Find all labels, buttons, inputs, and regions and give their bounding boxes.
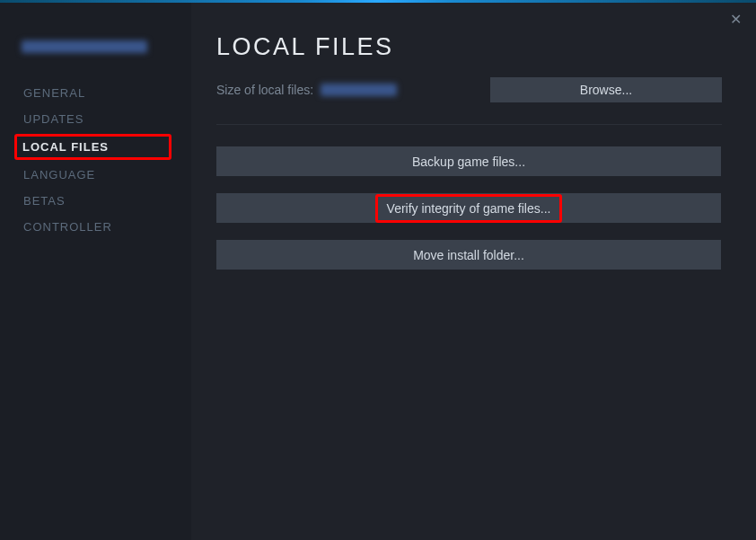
browse-button-label: Browse...: [580, 83, 632, 97]
move-install-folder-button[interactable]: Move install folder...: [216, 240, 721, 270]
main-panel: ✕ LOCAL FILES Size of local files: Brows…: [191, 3, 756, 540]
sidebar-item-language[interactable]: LANGUAGE: [20, 162, 99, 188]
page-title: LOCAL FILES: [216, 33, 722, 61]
verify-button-label: Verify integrity of game files...: [387, 201, 551, 216]
size-label: Size of local files:: [216, 83, 313, 97]
move-button-label: Move install folder...: [413, 248, 524, 262]
size-info-row: Size of local files: Browse...: [216, 77, 722, 102]
browse-button[interactable]: Browse...: [490, 77, 722, 102]
verify-integrity-button[interactable]: Verify integrity of game files...: [216, 193, 721, 223]
sidebar: GENERAL UPDATES LOCAL FILES LANGUAGE BET…: [0, 3, 191, 540]
backup-game-files-button[interactable]: Backup game files...: [216, 146, 721, 176]
highlight-verify-integrity: Verify integrity of game files...: [375, 194, 563, 223]
sidebar-item-general[interactable]: GENERAL: [20, 80, 89, 106]
backup-button-label: Backup game files...: [412, 155, 525, 169]
sidebar-item-updates[interactable]: UPDATES: [20, 106, 87, 132]
sidebar-item-local-files[interactable]: LOCAL FILES: [22, 140, 109, 154]
divider: [216, 124, 722, 125]
game-title-redacted: [22, 40, 147, 53]
highlight-local-files-tab: LOCAL FILES: [14, 134, 171, 160]
sidebar-item-controller[interactable]: CONTROLLER: [20, 214, 116, 240]
sidebar-item-betas[interactable]: BETAS: [20, 188, 69, 214]
size-value-redacted: [321, 84, 397, 96]
close-icon[interactable]: ✕: [727, 12, 743, 28]
